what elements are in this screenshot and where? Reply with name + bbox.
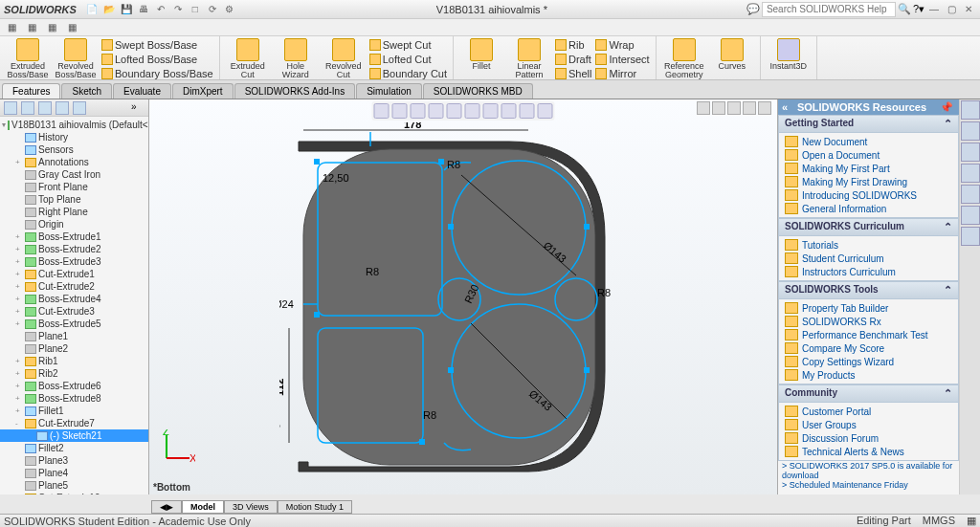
- vp-minimize-icon[interactable]: [727, 101, 741, 115]
- tp-tab-appearances-icon[interactable]: [961, 185, 980, 204]
- help-dropdown-icon[interactable]: ?▾: [913, 3, 924, 15]
- tp-tab-resources-icon[interactable]: [961, 100, 980, 120]
- curves-button[interactable]: Curves: [710, 38, 754, 71]
- extruded-cut-button[interactable]: Extruded Cut: [226, 38, 270, 79]
- vp-maximize-icon[interactable]: [743, 101, 756, 115]
- boundary-boss-button[interactable]: Boundary Boss/Base: [101, 67, 213, 80]
- tree-item-rib1[interactable]: + Rib1: [0, 355, 148, 367]
- lofted-cut-button[interactable]: Lofted Cut: [369, 53, 447, 66]
- zoom-fit-icon[interactable]: [374, 103, 390, 119]
- graphics-viewport[interactable]: 178 12,50 Ø24 112 Ø25 Ø143 Ø143 R8 R8 R8…: [149, 99, 777, 494]
- orientation-triad[interactable]: Z X: [157, 429, 195, 470]
- section-collapse-icon[interactable]: ⌃: [944, 387, 952, 400]
- tree-item-fillet1[interactable]: + Fillet1: [0, 405, 148, 417]
- tree-item-plane2[interactable]: Plane2: [0, 342, 148, 355]
- fm-tab-display-icon[interactable]: [73, 101, 86, 115]
- taskpane-link-new-document[interactable]: New Document: [781, 135, 956, 148]
- tree-item-cut-extrude7[interactable]: - Cut-Extrude7: [0, 417, 148, 429]
- qat-new-icon[interactable]: 📄: [84, 2, 100, 17]
- model-graphics[interactable]: 178 12,50 Ø24 112 Ø25 Ø143 Ø143 R8 R8 R8…: [279, 122, 634, 476]
- tree-item-plane3[interactable]: Plane3: [0, 454, 148, 467]
- menu-icon[interactable]: ▦: [48, 22, 56, 33]
- apply-scene-icon[interactable]: [520, 103, 535, 119]
- tab-features[interactable]: Features: [2, 83, 60, 99]
- qat-rebuild-icon[interactable]: ⟳: [205, 2, 220, 17]
- taskpane-link-introducing-solidworks[interactable]: Introducing SOLIDWORKS: [781, 188, 956, 202]
- taskpane-link-student-curriculum[interactable]: Student Curriculum: [781, 252, 956, 265]
- model-tab-model[interactable]: Model: [182, 500, 224, 514]
- swept-cut-button[interactable]: Swept Cut: [369, 38, 447, 52]
- vp-tile-icon[interactable]: [697, 101, 710, 115]
- rib-button[interactable]: Rib: [555, 38, 591, 52]
- taskpane-link-property-tab-builder[interactable]: Property Tab Builder: [781, 301, 956, 315]
- taskpane-link-making-my-first-drawing[interactable]: Making My First Drawing: [781, 175, 956, 188]
- fm-tab-config-icon[interactable]: [38, 101, 52, 115]
- fm-tab-property-icon[interactable]: [21, 101, 34, 115]
- fm-tab-tree-icon[interactable]: [4, 101, 17, 115]
- tree-item-history[interactable]: History: [0, 131, 148, 143]
- news-item[interactable]: > Scheduled Maintenance Friday: [778, 480, 959, 490]
- feature-tree[interactable]: ▾ V18B0131 aihiovalmis (Default< History…: [0, 117, 148, 494]
- help-balloon-icon[interactable]: 💬: [746, 3, 760, 15]
- tree-item-sensors[interactable]: Sensors: [0, 143, 148, 156]
- tree-item-boss-extrude4[interactable]: + Boss-Extrude4: [0, 293, 148, 305]
- tree-item-boss-extrude1[interactable]: + Boss-Extrude1: [0, 231, 148, 243]
- status-custom-icon[interactable]: ▦: [967, 515, 976, 527]
- tree-item-top-plane[interactable]: Top Plane: [0, 193, 148, 206]
- boundary-cut-button[interactable]: Boundary Cut: [369, 67, 447, 80]
- taskpane-link-solidworks-rx[interactable]: SOLIDWORKS Rx: [781, 315, 956, 328]
- search-icon[interactable]: 🔍: [898, 3, 911, 15]
- taskpane-link-making-my-first-part[interactable]: Making My First Part: [781, 162, 956, 175]
- mirror-button[interactable]: Mirror: [595, 67, 649, 80]
- tree-item-boss-extrude8[interactable]: + Boss-Extrude8: [0, 392, 148, 405]
- maximize-icon[interactable]: ▢: [944, 2, 959, 17]
- taskpane-section-getting-started[interactable]: Getting Started⌃: [779, 116, 958, 133]
- search-input[interactable]: [762, 2, 896, 17]
- taskpane-link-technical-alerts-&-news[interactable]: Technical Alerts & News: [781, 445, 956, 458]
- tree-item-boss-extrude2[interactable]: + Boss-Extrude2: [0, 243, 148, 255]
- lofted-boss-button[interactable]: Lofted Boss/Base: [101, 53, 213, 66]
- taskpane-link-open-a-document[interactable]: Open a Document: [781, 148, 956, 162]
- model-tab-3dviews[interactable]: 3D Views: [224, 500, 278, 514]
- tree-root[interactable]: ▾ V18B0131 aihiovalmis (Default<: [0, 119, 148, 131]
- fm-tab-dim-icon[interactable]: [56, 101, 69, 115]
- tree-item--sketch21[interactable]: (-) Sketch21: [0, 429, 148, 442]
- taskpane-link-discussion-forum[interactable]: Discussion Forum: [781, 431, 956, 445]
- revolved-boss-button[interactable]: Revolved Boss/Base: [54, 38, 98, 79]
- tree-item-front-plane[interactable]: Front Plane: [0, 181, 148, 193]
- taskpane-link-instructors-curriculum[interactable]: Instructors Curriculum: [781, 265, 956, 278]
- taskpane-link-my-products[interactable]: My Products: [781, 368, 956, 382]
- extruded-boss-button[interactable]: Extruded Boss/Base: [6, 38, 50, 79]
- swept-boss-button[interactable]: Swept Boss/Base: [101, 38, 213, 52]
- tree-item-boss-extrude5[interactable]: + Boss-Extrude5: [0, 318, 148, 330]
- close-icon[interactable]: ✕: [961, 2, 976, 17]
- revolved-cut-button[interactable]: Revolved Cut: [322, 38, 366, 79]
- tree-item-fillet2[interactable]: Fillet2: [0, 442, 148, 454]
- taskpane-section-solidworks-tools[interactable]: SOLIDWORKS Tools⌃: [779, 282, 958, 299]
- intersect-button[interactable]: Intersect: [595, 53, 649, 66]
- taskpane-link-general-information[interactable]: General Information: [781, 202, 956, 215]
- tree-item-plane5[interactable]: Plane5: [0, 479, 148, 492]
- taskpane-link-compare-my-score[interactable]: Compare My Score: [781, 341, 956, 355]
- fm-expand-icon[interactable]: »: [131, 101, 145, 115]
- tree-item-rib2[interactable]: + Rib2: [0, 367, 148, 380]
- taskpane-section-solidworks-curriculum[interactable]: SOLIDWORKS Curriculum⌃: [779, 219, 958, 236]
- tab-dimxpert[interactable]: DimXpert: [172, 83, 234, 99]
- taskpane-link-user-groups[interactable]: User Groups: [781, 418, 956, 431]
- section-collapse-icon[interactable]: ⌃: [944, 221, 952, 233]
- tree-item-boss-extrude3[interactable]: + Boss-Extrude3: [0, 255, 148, 268]
- hide-show-icon[interactable]: [483, 103, 499, 119]
- taskpane-link-customer-portal[interactable]: Customer Portal: [781, 405, 956, 418]
- model-tab-motion[interactable]: Motion Study 1: [278, 500, 352, 514]
- qat-open-icon[interactable]: 📂: [101, 2, 117, 17]
- linear-pattern-button[interactable]: Linear Pattern: [507, 38, 551, 79]
- qat-save-icon[interactable]: 💾: [119, 2, 134, 17]
- tree-item-gray-cast-iron[interactable]: Gray Cast Iron: [0, 168, 148, 181]
- model-tab-arrows[interactable]: ◀▶: [151, 500, 182, 514]
- tree-item-plane1[interactable]: Plane1: [0, 330, 148, 342]
- tree-item-origin[interactable]: Origin: [0, 218, 148, 231]
- view-orientation-icon[interactable]: [447, 103, 462, 119]
- taskpane-collapse-icon[interactable]: «: [782, 101, 788, 113]
- tree-item-plane4[interactable]: Plane4: [0, 467, 148, 479]
- taskpane-pin-icon[interactable]: 📌: [940, 101, 953, 114]
